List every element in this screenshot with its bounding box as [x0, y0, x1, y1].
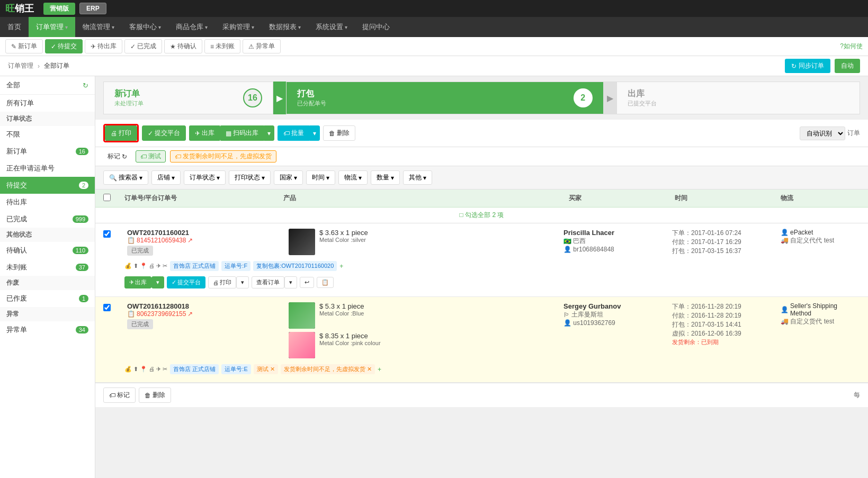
scan-outbound-btn[interactable]: ▦ 扫码出库 — [220, 125, 264, 141]
subnav-pending-ship[interactable]: ✈ 待出库 — [85, 39, 122, 53]
nav-settings[interactable]: 系统设置 ▾ — [308, 17, 355, 37]
print-btn[interactable]: 🖨 打印 — [105, 125, 137, 141]
auto-btn[interactable]: 自动 — [835, 59, 860, 73]
tags-refresh[interactable]: 标记 ↻ — [103, 151, 131, 162]
nav-service[interactable]: 客服中心 ▾ — [122, 17, 168, 37]
check-all-link[interactable]: □ 勾选全部 2 项 — [460, 211, 504, 219]
status-packing[interactable]: 打包 已分配单号 2 — [286, 82, 604, 114]
filter-order-status[interactable]: 订单状态 ▾ — [184, 170, 226, 185]
sidebar-item-voided[interactable]: 已作废 1 — [0, 290, 95, 307]
nav-home[interactable]: 首页 — [0, 17, 29, 37]
subnav-new-order[interactable]: ✎ 新订单 — [5, 39, 43, 53]
sidebar-count-voided: 1 — [79, 295, 88, 302]
th-logistics: 物流 — [781, 194, 860, 203]
subnav-not-arrived[interactable]: ≡ 未到账 — [204, 39, 240, 53]
order1-print-btn[interactable]: 🖨打印 — [208, 276, 236, 288]
order1-add-icon[interactable]: + — [339, 263, 343, 270]
order2-product-image-1 — [289, 302, 315, 329]
subnav-pending-submit[interactable]: ✓ 待提交 — [45, 39, 83, 53]
order2-test-tag[interactable]: 测试 ✕ — [254, 364, 278, 374]
order1-view-more[interactable]: ▾ — [284, 276, 297, 288]
sidebar-item-pending-submit[interactable]: 待提交 2 — [0, 177, 95, 194]
order2-warn-tag[interactable]: 发货剩余时间不足，先虚拟发货 ✕ — [281, 364, 375, 374]
order1-view-btn[interactable]: 查看订单 — [252, 276, 284, 288]
main-layout: 全部 ↻ 所有订单 订单状态 不限 新订单 16 正在申请运单号 待提交 2 待… — [0, 76, 868, 478]
sidebar-item-all-orders[interactable]: 所有订单 — [0, 95, 95, 112]
outbound-more-btn[interactable]: ▾ — [264, 125, 274, 141]
subnav-exception[interactable]: ⚠ 异常单 — [243, 39, 281, 53]
sidebar-item-completed[interactable]: 已完成 999 — [0, 211, 95, 228]
order1-checkbox[interactable] — [103, 230, 111, 238]
nav-warehouse-arrow: ▾ — [205, 24, 208, 30]
order1-outbound-more[interactable]: ▾ — [151, 276, 164, 288]
order1-outbound-btn[interactable]: ✈出库 — [124, 276, 151, 288]
sidebar-item-confirm[interactable]: 待确认 110 — [0, 242, 95, 259]
filter-quantity[interactable]: 数量 ▾ — [371, 170, 400, 185]
nav-logistics[interactable]: 物流管理 ▾ — [75, 17, 122, 37]
delete-icon: 🗑 — [329, 130, 335, 137]
completed-icon: ✓ — [130, 43, 136, 50]
order1-custom-code: 🚚 自定义代代 test — [781, 236, 860, 245]
nav-settings-arrow: ▾ — [345, 24, 347, 30]
nav-orders[interactable]: 订单管理 ▾ — [29, 17, 75, 37]
bottom-mark-btn[interactable]: 🏷 标记 — [103, 387, 136, 403]
nav-questions[interactable]: 提问中心 — [355, 17, 397, 37]
sidebar-item-new-orders[interactable]: 新订单 16 — [0, 143, 95, 160]
nav-warehouse[interactable]: 商品仓库 ▾ — [168, 17, 215, 37]
filter-time[interactable]: 时间 ▾ — [306, 170, 335, 185]
order-grid-1: OWT201701160021 📋 81451210659438 ↗ 已完成 — [103, 229, 860, 258]
batch-btn[interactable]: 🏷 批量 — [278, 125, 309, 141]
breadcrumb-orders[interactable]: 订单管理 — [8, 61, 33, 70]
filter-logistics[interactable]: 物流 ▾ — [338, 170, 368, 185]
erp-btn[interactable]: ERP — [79, 3, 106, 14]
sidebar-item-unlimited[interactable]: 不限 — [0, 126, 95, 143]
order2-buyer-name: Sergey Gurbanov — [563, 302, 669, 310]
order1-shop-tag: 首饰店 正式店铺 — [170, 261, 219, 271]
order1-undo-btn[interactable]: ↩ — [300, 277, 314, 288]
order2-add-icon[interactable]: + — [378, 366, 381, 373]
filter-other[interactable]: 其他 ▾ — [403, 170, 432, 185]
sync-orders-btn[interactable]: ↻ 同步订单 — [785, 59, 830, 73]
status-new-order[interactable]: 新订单 未处理订单 16 — [103, 82, 273, 114]
outbound-btn[interactable]: ✈ 出库 — [189, 125, 220, 141]
batch-more-btn[interactable]: ▾ — [309, 125, 320, 141]
filter-print-arrow: ▾ — [262, 174, 265, 182]
filter-country[interactable]: 国家 ▾ — [274, 170, 303, 185]
order1-print-more[interactable]: ▾ — [236, 276, 249, 288]
order1-copy-btn[interactable]: 📋 — [317, 277, 334, 288]
subnav-completed[interactable]: ✓ 已完成 — [124, 39, 162, 53]
order2-test-tag-close[interactable]: ✕ — [270, 366, 275, 372]
marketing-btn[interactable]: 营销版 — [43, 3, 75, 15]
status-outbound[interactable]: 出库 已提交平台 — [616, 82, 860, 114]
check-all-checkbox[interactable] — [103, 194, 111, 201]
delete-btn[interactable]: 🗑 删除 — [323, 125, 355, 141]
order1-copy-pkg[interactable]: 复制包裹:OWT201701160020 — [253, 261, 337, 271]
order2-platform-id[interactable]: 📋 80623739692155 ↗ — [127, 310, 286, 318]
order2-product-details-1: $ 5.3 x 1 piece Metal Color :Blue — [319, 302, 364, 329]
order2-checkbox[interactable] — [103, 304, 111, 311]
filter-shop[interactable]: 店铺 ▾ — [151, 170, 181, 185]
sidebar-item-pending-ship[interactable]: 待出库 — [0, 194, 95, 211]
submit-platform-btn[interactable]: ✓ 提交平台 — [142, 125, 186, 141]
bottom-delete-btn[interactable]: 🗑 删除 — [139, 387, 171, 403]
order1-logistics: 👤 ePacket 🚚 自定义代代 test — [781, 229, 860, 245]
nav-purchase[interactable]: 采购管理 ▾ — [215, 17, 262, 37]
sidebar-item-applying[interactable]: 正在申请运单号 — [0, 160, 95, 177]
order1-submit-btn[interactable]: ✓提交平台 — [167, 276, 205, 288]
search-icon: 🔍 — [109, 174, 117, 182]
nav-report[interactable]: 数据报表 ▾ — [262, 17, 308, 37]
order1-platform-id[interactable]: 📋 81451210659438 ↗ — [127, 237, 286, 244]
filter-print-status[interactable]: 打印状态 ▾ — [229, 170, 271, 185]
sidebar-item-exception[interactable]: 异常单 34 — [0, 321, 95, 338]
sidebar-refresh-icon[interactable]: ↻ — [83, 82, 88, 89]
help-btn[interactable]: ?如何使 — [840, 42, 863, 51]
order2-shop-tag: 首饰店 正式店铺 — [170, 364, 219, 374]
filter-search[interactable]: 🔍 搜索器 ▾ — [103, 170, 148, 185]
order2-info: OWT201611280018 📋 80623739692155 ↗ 已完成 — [127, 302, 286, 329]
tag-test[interactable]: 🏷 测试 — [136, 150, 166, 163]
sidebar-item-not-arrived[interactable]: 未到账 37 — [0, 259, 95, 276]
auto-identify-select[interactable]: 自动识别 — [800, 127, 845, 140]
tag-warning[interactable]: 🏷 发货剩余时间不足，先虚拟发货 — [170, 150, 276, 163]
subnav-confirm[interactable]: ★ 待确认 — [164, 39, 202, 53]
order2-warn-tag-close[interactable]: ✕ — [367, 366, 372, 372]
